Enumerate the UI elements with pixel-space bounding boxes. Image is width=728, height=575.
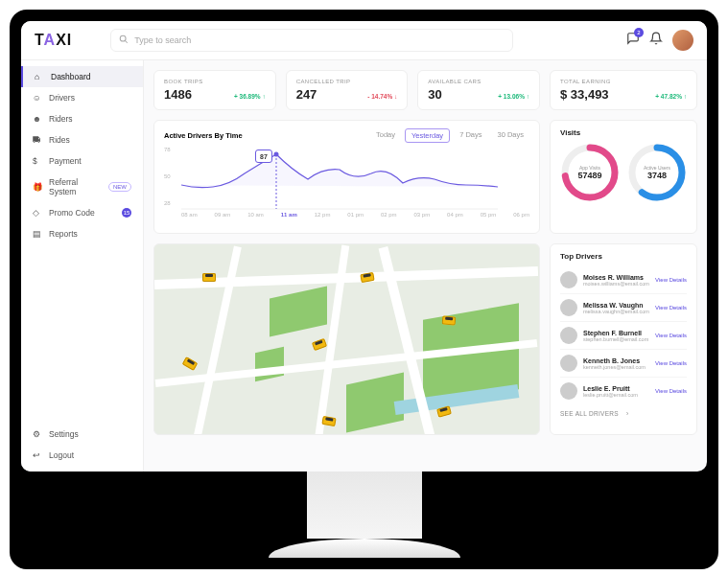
stat-label: CANCELLED TRIP xyxy=(296,79,398,84)
stat-delta: + 36.89% ↑ xyxy=(234,93,266,100)
filter-today[interactable]: Today xyxy=(370,128,401,143)
driver-row: Stephen F. Burnellstephen.burnell@email.… xyxy=(560,322,687,350)
driver-row: Kenneth B. Joneskenneth.jones@email.comV… xyxy=(560,350,687,378)
sidebar-item-drivers[interactable]: ☺Drivers xyxy=(21,87,143,108)
driver-email: leslie.pruitt@email.com xyxy=(583,392,649,398)
search-icon xyxy=(119,34,129,46)
new-badge: NEW xyxy=(108,182,131,192)
sidebar-item-rides[interactable]: ⛟Rides xyxy=(21,129,143,150)
stat-delta: - 14.74% ↓ xyxy=(367,93,397,100)
monitor-stand xyxy=(21,472,707,558)
user-icon: ☺ xyxy=(33,93,42,103)
driver-email: melissa.vaughn@email.com xyxy=(583,309,649,314)
search-placeholder: Type to search xyxy=(134,35,191,45)
top-drivers-title: Top Drivers xyxy=(560,252,687,261)
taxi-marker[interactable] xyxy=(442,315,457,325)
monitor-frame: TAXI Type to search 2 ⌂Dashboard ☺Driver… xyxy=(10,10,718,569)
driver-email: kenneth.jones@email.com xyxy=(583,364,649,370)
sidebar-item-dashboard[interactable]: ⌂Dashboard xyxy=(21,66,143,87)
driver-name: Melissa W. Vaughn xyxy=(583,302,649,309)
screen: TAXI Type to search 2 ⌂Dashboard ☺Driver… xyxy=(21,21,707,472)
messages-badge: 2 xyxy=(634,28,644,37)
driver-email: moises.williams@email.com xyxy=(583,281,649,287)
logout-icon: ↩ xyxy=(33,450,42,460)
chart-x-labels: 08 am09 am10 am11 am12 pm01 pm02 pm03 pm… xyxy=(164,212,529,218)
stat-label: BOOK TRIPS xyxy=(164,79,266,84)
car-icon: ⛟ xyxy=(33,135,42,145)
drivers-map[interactable] xyxy=(153,243,540,435)
sidebar-item-referral[interactable]: 🎁Referral SystemNEW xyxy=(21,172,143,202)
sidebar-item-riders[interactable]: ☻Riders xyxy=(21,108,143,129)
stat-available-cars: AVAILABLE CARS 30+ 13.06% ↑ xyxy=(417,70,540,110)
stat-total-earning: TOTAL EARNING $ 33,493+ 47.82% ↑ xyxy=(550,70,697,110)
svg-point-0 xyxy=(121,35,127,41)
messages-icon[interactable]: 2 xyxy=(626,32,640,49)
avatar[interactable] xyxy=(672,30,693,51)
users-icon: ☻ xyxy=(33,114,42,124)
bell-icon[interactable] xyxy=(649,32,663,49)
app-header: TAXI Type to search 2 xyxy=(21,21,707,60)
filter-7days[interactable]: 7 Days xyxy=(454,128,487,143)
gear-icon: ⚙ xyxy=(33,429,42,439)
driver-avatar xyxy=(560,299,577,316)
taxi-marker[interactable] xyxy=(202,273,216,282)
driver-avatar xyxy=(560,327,577,344)
driver-row: Melissa W. Vaughnmelissa.vaughn@email.co… xyxy=(560,294,687,322)
view-details-link[interactable]: View Details xyxy=(655,360,687,366)
view-details-link[interactable]: View Details xyxy=(655,388,687,394)
see-all-drivers-link[interactable]: SEE ALL DRIVERS› xyxy=(560,404,687,417)
top-drivers-card: Top Drivers Moises R. Williamsmoises.wil… xyxy=(550,243,697,435)
line-chart-svg xyxy=(181,147,498,210)
home-icon: ⌂ xyxy=(35,72,44,81)
sidebar-item-payment[interactable]: $Payment xyxy=(21,150,143,172)
driver-name: Moises R. Williams xyxy=(583,274,649,281)
active-drivers-chart: Active Drivers By Time Today Yesterday 7… xyxy=(153,120,540,234)
logo: TAXI xyxy=(35,32,72,49)
dollar-icon: $ xyxy=(33,156,42,166)
tag-icon: ◇ xyxy=(33,208,42,218)
sidebar-item-settings[interactable]: ⚙Settings xyxy=(21,424,143,445)
stat-label: AVAILABLE CARS xyxy=(428,79,529,84)
stat-cancelled-trip: CANCELLED TRIP 247- 14.74% ↓ xyxy=(286,70,409,110)
sidebar-item-logout[interactable]: ↩Logout xyxy=(21,445,143,466)
chevron-right-icon: › xyxy=(626,410,628,417)
chart-filters: Today Yesterday 7 Days 30 Days xyxy=(370,128,529,143)
sidebar: ⌂Dashboard ☺Drivers ☻Riders ⛟Rides $Paym… xyxy=(21,60,144,472)
view-details-link[interactable]: View Details xyxy=(655,305,687,310)
sidebar-item-promo[interactable]: ◇Promo Code15 xyxy=(21,202,143,223)
taxi-marker[interactable] xyxy=(182,356,199,371)
filter-30days[interactable]: 30 Days xyxy=(491,128,529,143)
gift-icon: 🎁 xyxy=(33,182,42,192)
svg-point-4 xyxy=(274,152,279,157)
main-content: BOOK TRIPS 1486+ 36.89% ↑ CANCELLED TRIP… xyxy=(144,60,707,472)
visits-card: Visits App Visits57489 Active Users3748 xyxy=(550,120,697,234)
view-details-link[interactable]: View Details xyxy=(655,277,687,283)
filter-yesterday[interactable]: Yesterday xyxy=(405,128,450,143)
search-input[interactable]: Type to search xyxy=(110,29,513,52)
report-icon: ▤ xyxy=(33,229,42,239)
visits-title: Visits xyxy=(560,128,687,137)
donut-app-visits: App Visits57489 xyxy=(560,143,620,202)
stat-delta: + 47.82% ↑ xyxy=(655,93,687,100)
chart-callout: 87 xyxy=(255,150,272,163)
driver-row: Leslie E. Pruittleslie.pruitt@email.comV… xyxy=(560,378,687,404)
driver-name: Leslie E. Pruitt xyxy=(583,385,649,392)
promo-count-badge: 15 xyxy=(122,208,131,218)
driver-email: stephen.burnell@email.com xyxy=(583,336,649,342)
driver-avatar xyxy=(560,382,577,400)
stat-book-trips: BOOK TRIPS 1486+ 36.89% ↑ xyxy=(153,70,276,110)
driver-avatar xyxy=(560,355,577,372)
driver-row: Moises R. Williamsmoises.williams@email.… xyxy=(560,266,687,294)
stat-delta: + 13.06% ↑ xyxy=(498,93,529,100)
driver-name: Kenneth B. Jones xyxy=(583,357,649,364)
driver-avatar xyxy=(560,271,577,288)
chart-title: Active Drivers By Time xyxy=(164,131,243,140)
view-details-link[interactable]: View Details xyxy=(655,333,687,338)
donut-active-users: Active Users3748 xyxy=(627,143,687,202)
driver-name: Stephen F. Burnell xyxy=(583,330,649,336)
taxi-marker[interactable] xyxy=(312,338,327,351)
svg-line-1 xyxy=(126,40,129,43)
stat-label: TOTAL EARNING xyxy=(560,79,687,84)
sidebar-item-reports[interactable]: ▤Reports xyxy=(21,223,143,244)
taxi-marker[interactable] xyxy=(436,405,452,417)
